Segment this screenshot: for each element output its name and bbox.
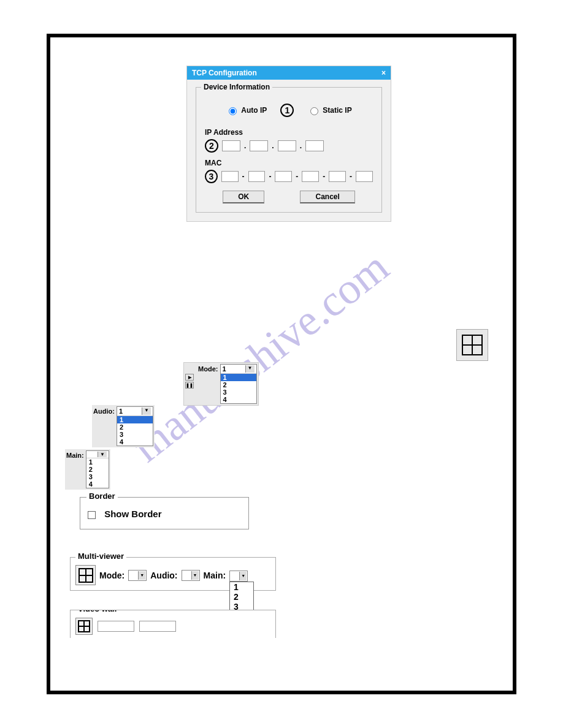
multiview-grid-button-small[interactable]: [75, 565, 96, 585]
dash-sep: -: [242, 172, 245, 181]
border-group: Border Show Border: [80, 497, 249, 529]
multi-viewer-legend: Multi-viewer: [75, 552, 126, 561]
audio-option[interactable]: 1: [117, 416, 153, 423]
main-option-list: 1 2 3 4: [86, 458, 109, 488]
watermark: manualshive.com: [123, 241, 399, 472]
ip-octet-2[interactable]: [250, 140, 268, 151]
group-legend: Device Information: [201, 83, 272, 91]
play-pause-icons: ▶ ❚❚: [185, 374, 194, 389]
static-ip-input[interactable]: [310, 107, 318, 115]
ok-button[interactable]: OK: [223, 191, 264, 203]
chevron-down-icon: ▼: [191, 571, 199, 580]
mv-mode-label: Mode:: [99, 571, 124, 580]
grid-icon: [462, 335, 483, 355]
ip-mode-radios: Auto IP 1 Static IP: [205, 104, 373, 117]
dash-sep: -: [323, 172, 325, 181]
main-select[interactable]: ▼ 1 2 3 4: [86, 450, 109, 488]
multiview-grid-button[interactable]: [456, 329, 488, 361]
ip-address-row: 2 . . .: [205, 139, 373, 153]
dot-sep: .: [300, 142, 302, 150]
mac-6[interactable]: [356, 171, 373, 182]
audio-dropdown-snippet: Audio: 1▼ 1 2 3 4: [92, 405, 155, 447]
dialog-body: Device Information Auto IP 1 Static IP I…: [187, 80, 391, 221]
mode-option[interactable]: 3: [221, 389, 256, 396]
mode-option[interactable]: 2: [221, 381, 256, 389]
pause-icon[interactable]: ❚❚: [185, 382, 194, 389]
cancel-button[interactable]: Cancel: [300, 191, 354, 203]
mv-main-option[interactable]: 1: [230, 582, 253, 592]
audio-option-list: 1 2 3 4: [117, 416, 153, 446]
static-ip-radio[interactable]: Static IP: [307, 105, 351, 115]
ip-address-label: IP Address: [205, 128, 373, 137]
annotation-3: 3: [205, 170, 218, 183]
video-wall-field-2[interactable]: [139, 621, 176, 632]
mv-mode-select[interactable]: ▼: [128, 570, 147, 581]
static-ip-label: Static IP: [323, 106, 351, 115]
mac-label: MAC: [205, 159, 373, 167]
main-label: Main:: [66, 450, 84, 459]
annotation-1: 1: [280, 104, 294, 117]
main-dropdown-snippet: Main: ▼ 1 2 3 4: [65, 449, 110, 490]
mac-5[interactable]: [329, 171, 346, 182]
mv-main-label: Main:: [204, 571, 226, 580]
grid-icon: [78, 620, 90, 632]
main-option[interactable]: 3: [86, 473, 109, 480]
play-icon[interactable]: ▶: [185, 374, 194, 381]
mode-option[interactable]: 1: [221, 374, 256, 381]
mac-1[interactable]: [221, 171, 239, 182]
video-wall-legend: Video wall: [75, 610, 119, 613]
chevron-down-icon: ▼: [245, 365, 255, 373]
main-option[interactable]: 1: [86, 458, 109, 466]
device-info-group: Device Information Auto IP 1 Static IP I…: [196, 87, 382, 213]
audio-value: 1: [119, 408, 123, 415]
show-border-checkbox[interactable]: [88, 511, 96, 519]
audio-select[interactable]: 1▼ 1 2 3 4: [117, 406, 153, 446]
mode-option[interactable]: 4: [221, 396, 256, 403]
border-legend: Border: [86, 491, 118, 501]
auto-ip-label: Auto IP: [241, 106, 267, 115]
mac-row: 3 - - - - -: [205, 170, 373, 183]
main-option[interactable]: 2: [86, 466, 109, 473]
dash-sep: -: [296, 172, 298, 181]
chevron-down-icon: ▼: [98, 452, 107, 457]
ip-octet-3[interactable]: [278, 140, 296, 151]
multi-viewer-group: Multi-viewer Mode: ▼ Audio: ▼ Main: ▼ 1 …: [70, 557, 276, 591]
auto-ip-input[interactable]: [229, 107, 237, 115]
mv-audio-label: Audio:: [150, 571, 177, 580]
audio-option[interactable]: 3: [117, 431, 153, 438]
dialog-title: TCP Configuration: [192, 69, 257, 77]
audio-option[interactable]: 2: [117, 423, 153, 431]
mode-dropdown-snippet: ▶ ❚❚ Mode: 1▼ 1 2 3 4: [183, 362, 259, 406]
mac-4[interactable]: [302, 171, 319, 182]
mode-select[interactable]: 1▼ 1 2 3 4: [220, 364, 257, 404]
mac-2[interactable]: [248, 171, 266, 182]
close-icon[interactable]: ×: [381, 69, 386, 77]
video-wall-group: Video wall: [70, 610, 276, 638]
main-option[interactable]: 4: [86, 480, 109, 488]
mac-3[interactable]: [275, 171, 292, 182]
dot-sep: .: [244, 142, 246, 150]
ip-octet-4[interactable]: [305, 140, 324, 151]
multi-viewer-row: Mode: ▼ Audio: ▼ Main: ▼ 1 2 3 4: [75, 565, 270, 585]
video-wall-field-1[interactable]: [98, 621, 134, 632]
dialog-buttons: OK Cancel: [205, 191, 373, 203]
mode-label: Mode:: [198, 364, 218, 373]
mode-value: 1: [223, 365, 226, 373]
chevron-down-icon: ▼: [138, 571, 145, 580]
chevron-down-icon: ▼: [142, 408, 151, 415]
ip-octet-1[interactable]: [222, 140, 240, 151]
dialog-titlebar: TCP Configuration ×: [187, 66, 391, 80]
mv-audio-select[interactable]: ▼: [182, 570, 200, 581]
mv-main-select[interactable]: ▼: [229, 571, 248, 582]
dash-sep: -: [350, 172, 352, 181]
audio-label: Audio:: [93, 406, 115, 415]
annotation-2: 2: [205, 139, 218, 153]
mode-option-list: 1 2 3 4: [221, 374, 256, 403]
dash-sep: -: [269, 172, 271, 181]
video-wall-grid-icon[interactable]: [75, 618, 93, 635]
dot-sep: .: [272, 142, 274, 150]
audio-option[interactable]: 4: [117, 438, 153, 446]
mv-main-option[interactable]: 2: [230, 592, 253, 602]
auto-ip-radio[interactable]: Auto IP: [226, 105, 267, 115]
chevron-down-icon: ▼: [239, 572, 247, 580]
